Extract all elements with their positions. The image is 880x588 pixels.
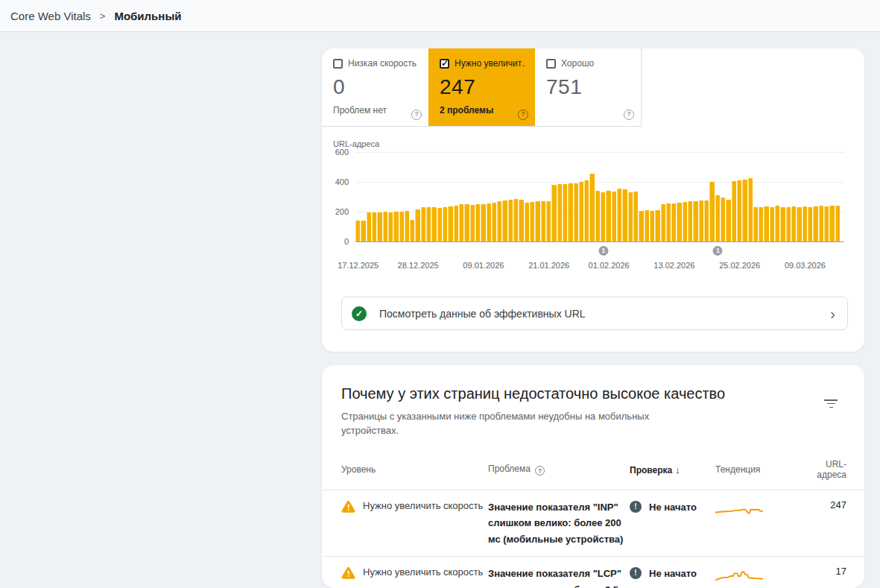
bar[interactable]: [405, 211, 409, 241]
bar[interactable]: [459, 204, 463, 241]
bar[interactable]: [819, 206, 823, 241]
bar[interactable]: [393, 212, 398, 241]
bar[interactable]: [666, 203, 671, 241]
bar[interactable]: [655, 210, 659, 241]
bar[interactable]: [803, 206, 807, 241]
column-header-problem[interactable]: Проблема?: [488, 449, 630, 490]
bar[interactable]: [502, 200, 507, 241]
bar[interactable]: [426, 207, 431, 241]
bar[interactable]: [775, 206, 779, 241]
bar[interactable]: [759, 207, 763, 241]
bar[interactable]: [786, 207, 791, 241]
bar[interactable]: [683, 202, 687, 241]
bar[interactable]: [519, 200, 523, 241]
help-icon[interactable]: ?: [535, 466, 545, 475]
bar[interactable]: [764, 206, 768, 241]
bar[interactable]: [355, 221, 360, 241]
help-icon[interactable]: ?: [624, 110, 634, 120]
bar[interactable]: [742, 180, 747, 241]
bar[interactable]: [557, 184, 562, 241]
bar[interactable]: [595, 191, 600, 241]
bar[interactable]: [688, 201, 692, 241]
bar[interactable]: [388, 212, 393, 241]
bar[interactable]: [574, 183, 578, 241]
bar[interactable]: [715, 195, 720, 241]
bar[interactable]: [546, 201, 551, 241]
bar[interactable]: [372, 212, 376, 241]
bar[interactable]: [513, 199, 518, 241]
filter-icon[interactable]: [824, 399, 838, 410]
bar-chart[interactable]: [355, 152, 841, 241]
bar[interactable]: [753, 207, 758, 241]
bar[interactable]: [508, 200, 513, 241]
bar[interactable]: [361, 221, 365, 241]
bar[interactable]: [454, 206, 458, 241]
bar[interactable]: [497, 201, 501, 241]
checkbox-good[interactable]: [546, 59, 556, 69]
bar[interactable]: [568, 183, 572, 241]
bar[interactable]: [383, 212, 387, 241]
bar[interactable]: [437, 208, 442, 241]
bar[interactable]: [835, 206, 840, 241]
column-header-urls[interactable]: URL-адреса: [803, 449, 864, 490]
bar[interactable]: [813, 206, 817, 241]
bar[interactable]: [699, 200, 703, 241]
bar[interactable]: [709, 182, 714, 241]
bar[interactable]: [475, 204, 480, 241]
bar[interactable]: [541, 201, 545, 241]
bar[interactable]: [671, 203, 676, 241]
bar[interactable]: [551, 185, 556, 241]
annotation-marker[interactable]: 1: [713, 246, 723, 256]
bar[interactable]: [693, 201, 697, 241]
bar[interactable]: [612, 192, 616, 241]
tile-needs-improvement[interactable]: Нужно увеличит… 247 2 проблемы ?: [428, 48, 535, 127]
bar[interactable]: [563, 184, 567, 241]
bar[interactable]: [530, 202, 534, 241]
bar[interactable]: [535, 201, 539, 241]
bar[interactable]: [704, 200, 709, 241]
bar[interactable]: [797, 207, 801, 241]
bar[interactable]: [601, 192, 605, 241]
column-header-trend[interactable]: Тенденция: [715, 449, 803, 490]
bar[interactable]: [622, 189, 627, 241]
column-header-validation[interactable]: Проверка↓: [630, 449, 715, 490]
issue-problem[interactable]: Значение показателя "LCP" слишком велико…: [488, 566, 624, 588]
bar[interactable]: [726, 200, 730, 241]
bar[interactable]: [448, 206, 452, 241]
bar[interactable]: [415, 209, 420, 241]
bar[interactable]: [464, 204, 469, 241]
bar[interactable]: [421, 207, 425, 241]
checkbox-poor[interactable]: [333, 59, 343, 69]
column-header-level[interactable]: Уровень: [322, 449, 488, 490]
bar[interactable]: [367, 212, 371, 241]
help-icon[interactable]: ?: [411, 110, 422, 120]
bar[interactable]: [525, 203, 529, 241]
bar[interactable]: [677, 203, 681, 241]
bar[interactable]: [579, 182, 583, 241]
bar[interactable]: [770, 207, 774, 241]
bar[interactable]: [443, 207, 447, 241]
bar[interactable]: [399, 212, 404, 241]
bar[interactable]: [791, 206, 796, 241]
bar[interactable]: [732, 181, 736, 241]
bar[interactable]: [431, 207, 436, 241]
bar[interactable]: [829, 206, 834, 241]
bar[interactable]: [589, 174, 594, 241]
bar[interactable]: [633, 192, 638, 241]
bar[interactable]: [410, 220, 414, 241]
bar[interactable]: [808, 207, 812, 241]
bar[interactable]: [645, 210, 649, 241]
bar[interactable]: [639, 211, 643, 241]
annotation-marker[interactable]: 1: [598, 246, 608, 256]
bar[interactable]: [628, 192, 633, 241]
bar[interactable]: [650, 211, 654, 241]
issue-problem[interactable]: Значение показателя "INP" слишком велико…: [488, 499, 624, 547]
bar[interactable]: [721, 197, 725, 241]
issue-row-lcp[interactable]: Нужно увеличить скорость Значение показа…: [322, 557, 864, 588]
issue-row-inp[interactable]: Нужно увеличить скорость Значение показа…: [322, 490, 864, 557]
bar[interactable]: [377, 212, 382, 241]
checkbox-needs-improvement[interactable]: [440, 59, 449, 69]
bar[interactable]: [824, 206, 829, 241]
bar[interactable]: [748, 178, 753, 241]
tile-poor[interactable]: Низкая скорость 0 Проблем нет ?: [322, 48, 428, 127]
